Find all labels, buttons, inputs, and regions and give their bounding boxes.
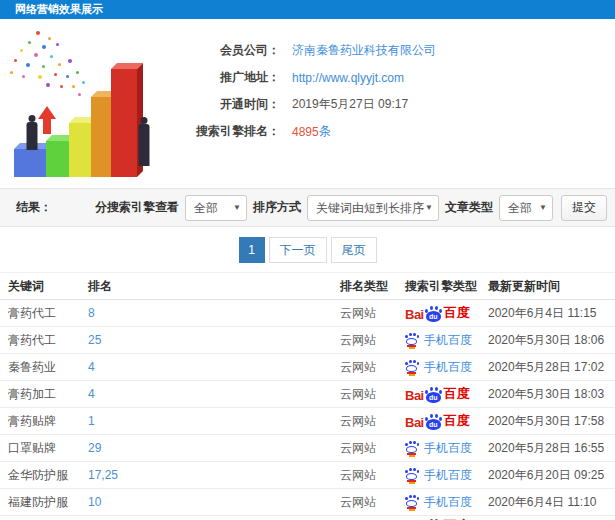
account-info-fields: 会员公司： 济南秦鲁药业科技有限公司 推广地址： http://www.qlyy… <box>168 37 436 145</box>
col-header-rank: 排名 <box>88 278 340 295</box>
updated-cell: 2020年5月30日 18:03 <box>488 386 615 403</box>
mobile-baidu-paw-icon <box>405 468 419 483</box>
info-field-value[interactable]: http://www.qlyyjt.com <box>292 71 404 85</box>
growth-arrow-icon <box>38 106 56 134</box>
filter-bar: 结果： 分搜索引擎查看 全部 ▼ 排序方式 关键词由短到长排序 ▼ 文章类型 全… <box>0 188 615 227</box>
article-type-select[interactable]: 全部 ▼ <box>499 195 553 221</box>
rank-type-cell: 云网站 <box>340 305 405 322</box>
baidu-logo-du: du <box>426 311 441 322</box>
table-row: 秦鲁药业 4 云网站 Bai du 百度 手机百度 2020年5月28日 17:… <box>0 354 615 381</box>
rank-cell[interactable]: 25 <box>88 333 340 347</box>
table-row: 膏药加工 4 云网站 Bai du 百度 手机百度 2020年5月30日 18:… <box>0 381 615 408</box>
businessman-figure <box>24 115 40 151</box>
account-info-section: 会员公司： 济南秦鲁药业科技有限公司 推广地址： http://www.qlyy… <box>0 19 615 188</box>
table-row: 金华防护服 17,25 云网站 Bai du 百度 手机百度 2020年6月20… <box>0 462 615 489</box>
mobile-baidu-logo: 手机百度 <box>405 440 472 457</box>
mobile-baidu-label: 手机百度 <box>424 440 472 457</box>
mobile-baidu-logo: 手机百度 <box>405 494 472 511</box>
info-field-value: 2019年5月27日 09:17 <box>292 96 408 113</box>
mobile-baidu-paw-icon <box>405 333 419 348</box>
chevron-down-icon: ▼ <box>425 196 433 220</box>
engine-type-cell: Bai du 百度 手机百度 <box>405 516 488 520</box>
rank-cell[interactable]: 8 <box>88 306 340 320</box>
rank-cell[interactable]: 10 <box>88 495 340 509</box>
article-type-value: 全部 <box>508 201 532 215</box>
keyword-cell: 金华防护服 <box>8 467 88 484</box>
rank-cell[interactable]: 1 <box>88 414 340 428</box>
col-header-keyword: 关键词 <box>8 278 88 295</box>
updated-cell: 2020年6月4日 11:10 <box>488 494 615 511</box>
baidu-logo: Bai du 百度 <box>405 412 470 430</box>
keyword-cell: 福建防护服 <box>8 494 88 511</box>
rank-type-cell: 云网站 <box>340 413 405 430</box>
submit-button[interactable]: 提交 <box>561 195 607 221</box>
table-row: Bai du 百度 手机百度 <box>0 516 615 520</box>
marketing-illustration <box>8 29 173 181</box>
pagination: 1 下一页 尾页 <box>0 227 615 272</box>
engine-filter-label: 分搜索引擎查看 <box>95 199 179 216</box>
keyword-cell: 口罩贴牌 <box>8 440 88 457</box>
rank-type-cell: 云网站 <box>340 332 405 349</box>
rank-type-cell: 云网站 <box>340 359 405 376</box>
rank-cell[interactable]: 4 <box>88 360 340 374</box>
baidu-logo-cn: 百度 <box>444 304 470 322</box>
baidu-logo: Bai du 百度 <box>405 304 470 322</box>
info-field-label: 会员公司： <box>168 42 280 59</box>
keyword-cell: 膏药代工 <box>8 332 88 349</box>
table-row: 膏药贴牌 1 云网站 Bai du 百度 手机百度 2020年5月30日 17:… <box>0 408 615 435</box>
next-page-button[interactable]: 下一页 <box>269 237 327 263</box>
sort-filter-select[interactable]: 关键词由短到长排序 ▼ <box>307 195 439 221</box>
baidu-logo-bai: Bai <box>405 307 424 322</box>
info-field-row: 会员公司： 济南秦鲁药业科技有限公司 <box>168 37 436 64</box>
baidu-logo-bai: Bai <box>405 415 424 430</box>
updated-cell: 2020年5月30日 18:06 <box>488 332 615 349</box>
mobile-baidu-label: 手机百度 <box>424 467 472 484</box>
chart-bar-blue <box>14 149 47 177</box>
rank-cell[interactable]: 4 <box>88 387 340 401</box>
baidu-logo-cn: 百度 <box>444 412 470 430</box>
mobile-baidu-paw-icon <box>405 495 419 510</box>
keyword-cell: 膏药加工 <box>8 386 88 403</box>
chevron-down-icon: ▼ <box>233 196 241 220</box>
chevron-down-icon: ▼ <box>539 196 547 220</box>
updated-cell: 2020年5月28日 17:02 <box>488 359 615 376</box>
baidu-paw-icon: du <box>425 387 443 403</box>
col-header-rank-type: 排名类型 <box>340 278 405 295</box>
last-page-button[interactable]: 尾页 <box>331 237 377 263</box>
info-field-label: 搜索引擎排名： <box>168 123 280 140</box>
info-field-label: 开通时间： <box>168 96 280 113</box>
info-field-value: 4895 <box>292 125 319 139</box>
table-row: 口罩贴牌 29 云网站 Bai du 百度 手机百度 2020年5月28日 16… <box>0 435 615 462</box>
table-row: 膏药代工 8 云网站 Bai du 百度 手机百度 2020年6月4日 11:1… <box>0 300 615 327</box>
rank-type-cell: 云网站 <box>340 467 405 484</box>
rank-type-cell: 云网站 <box>340 386 405 403</box>
table-row: 膏药代工 25 云网站 Bai du 百度 手机百度 2020年5月30日 18… <box>0 327 615 354</box>
updated-cell: 2020年5月28日 16:55 <box>488 440 615 457</box>
info-field-row: 搜索引擎排名： 4895 条 <box>168 118 436 145</box>
page-title: 网络营销效果展示 <box>0 0 615 19</box>
table-body: 膏药代工 8 云网站 Bai du 百度 手机百度 2020年6月4日 11:1… <box>0 300 615 520</box>
engine-type-cell: Bai du 百度 手机百度 <box>405 440 488 457</box>
updated-cell: 2020年6月20日 09:25 <box>488 467 615 484</box>
businessman-figure <box>136 117 152 167</box>
page-number-current[interactable]: 1 <box>239 237 265 263</box>
info-field-row: 开通时间： 2019年5月27日 09:17 <box>168 91 436 118</box>
mobile-baidu-paw-icon <box>405 441 419 456</box>
table-row: 福建防护服 10 云网站 Bai du 百度 手机百度 2020年6月4日 11… <box>0 489 615 516</box>
baidu-logo-bai: Bai <box>405 388 424 403</box>
baidu-logo-du: du <box>426 392 441 403</box>
engine-type-cell: Bai du 百度 手机百度 <box>405 385 488 403</box>
rank-cell[interactable]: 17,25 <box>88 468 340 482</box>
engine-filter-select[interactable]: 全部 ▼ <box>185 195 247 221</box>
engine-type-cell: Bai du 百度 手机百度 <box>405 412 488 430</box>
mobile-baidu-paw-icon <box>405 360 419 375</box>
rank-cell[interactable]: 29 <box>88 441 340 455</box>
engine-filter-value: 全部 <box>194 201 218 215</box>
mobile-baidu-label: 手机百度 <box>424 359 472 376</box>
updated-cell: 2020年5月30日 17:58 <box>488 413 615 430</box>
info-field-row: 推广地址： http://www.qlyyjt.com <box>168 64 436 91</box>
col-header-engine-type: 搜索引擎类型 <box>405 278 488 295</box>
info-field-value[interactable]: 济南秦鲁药业科技有限公司 <box>292 42 436 59</box>
mobile-baidu-logo: 手机百度 <box>405 467 472 484</box>
sort-filter-value: 关键词由短到长排序 <box>316 201 424 215</box>
